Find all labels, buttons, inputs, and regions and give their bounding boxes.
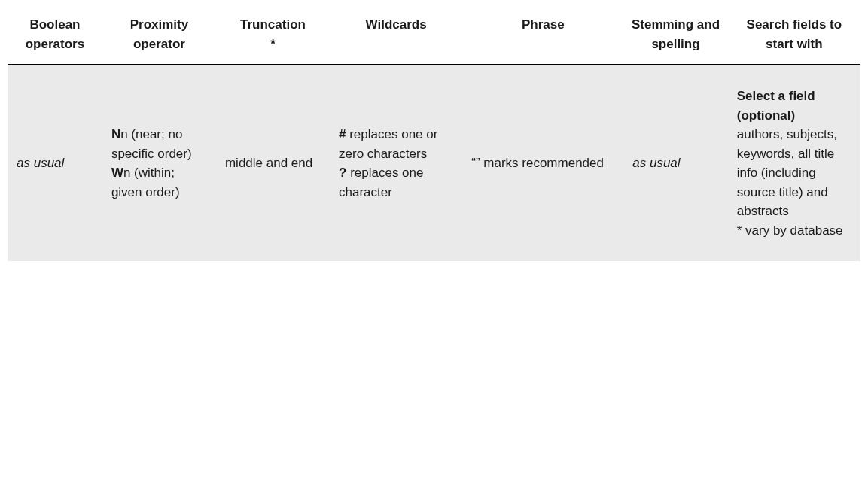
proximity-w-bold: W (111, 166, 123, 180)
cell-fields: Select a field (optional) authors, subje… (728, 65, 860, 261)
col-header-truncation: Truncation * (216, 8, 330, 65)
wildcard-hash: # replaces one or zero characters (339, 125, 453, 163)
proximity-n-bold: N (111, 127, 120, 141)
col-header-phrase: Phrase (462, 8, 623, 65)
col-header-proximity: Proximity operator (102, 8, 216, 65)
cell-phrase: “” marks recommended (462, 65, 623, 261)
truncation-label: Truncation (240, 17, 306, 32)
boolean-text: as usual (17, 156, 64, 170)
cell-proximity: Nn (near; no specific order) Wn (within;… (102, 65, 216, 261)
wildcard-q-bold: ? (339, 166, 346, 180)
table-header-row: Boolean operators Proximity operator Tru… (8, 8, 860, 65)
col-header-fields: Search fields to start with (728, 8, 860, 65)
col-header-boolean: Boolean operators (8, 8, 102, 65)
proximity-n-rest: n (near; no specific order) (111, 127, 192, 161)
cell-boolean: as usual (8, 65, 102, 261)
wildcard-q-rest: replaces one character (339, 166, 423, 199)
truncation-asterisk: * (270, 37, 276, 51)
proximity-within: Wn (within; given order) (111, 163, 207, 202)
proximity-near: Nn (near; no specific order) (111, 125, 207, 163)
cell-truncation: middle and end (216, 65, 330, 261)
wildcard-hash-rest: replaces one or zero characters (339, 127, 437, 161)
table-row: as usual Nn (near; no specific order) Wn… (8, 65, 860, 261)
col-header-wildcards: Wildcards (330, 8, 462, 65)
cell-wildcards: # replaces one or zero characters ? repl… (330, 65, 462, 261)
cell-stemming: as usual (623, 65, 727, 261)
wildcard-question: ? replaces one character (339, 163, 453, 202)
fields-note: * vary by database (737, 221, 851, 241)
search-syntax-table: Boolean operators Proximity operator Tru… (8, 8, 860, 261)
stemming-text: as usual (632, 156, 680, 170)
fields-body: authors, subjects, keywords, all title i… (737, 125, 851, 221)
fields-heading: Select a field (optional) (737, 87, 851, 125)
col-header-stemming: Stemming and spelling (623, 8, 727, 65)
